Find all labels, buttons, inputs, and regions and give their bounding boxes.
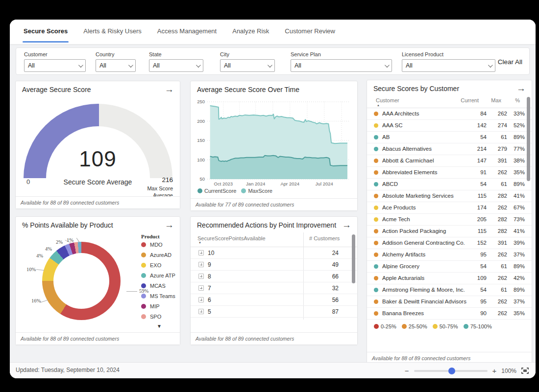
filter-dropdown[interactable]: All [402,59,495,72]
expand-icon[interactable] [198,274,204,279]
legend-item-spo[interactable]: SPO [141,314,175,320]
legend-item-25-50%[interactable]: 25-50% [402,323,427,329]
table-row[interactable]: Absolute Marketing Services11528241% [367,190,532,202]
drill-through-arrow-icon[interactable]: → [342,220,351,231]
expand-icon[interactable] [198,262,204,267]
expand-icon[interactable] [198,309,204,314]
table-row[interactable]: Apple Acturarials10926242% [367,273,532,284]
chevron-down-icon [78,63,83,68]
column-header-pct[interactable]: % [515,97,520,103]
x-tick-label: Oct 2023 [214,181,233,186]
table-row[interactable]: Action Packed Packaging11528241% [367,226,532,237]
table-row[interactable]: Baker & Dewitt Financial Advisors9526237… [367,296,532,308]
actions-table-body: 1024949866732656587 [191,247,357,318]
max-score: 61 [488,134,507,140]
expand-icon[interactable] [198,285,204,291]
legend-item-50-75%[interactable]: 50-75% [433,323,458,329]
column-header-points[interactable]: SecureScorePointsAvailable [197,235,266,241]
filter-dropdown[interactable]: All [220,59,275,72]
drill-through-arrow-icon[interactable]: → [165,84,174,95]
table-row[interactable]: 732 [191,282,357,294]
tab-customer-review[interactable]: Customer Review [277,20,343,44]
legend-item-75-100%[interactable]: 75-100% [464,323,492,329]
legend-item-ms-teams[interactable]: MS Teams [141,293,175,299]
zoom-slider[interactable] [414,370,488,372]
legend-item-azure-atp[interactable]: Azure ATP [141,273,175,278]
filter-dropdown[interactable]: All [149,59,203,72]
zoom-out-icon[interactable]: − [405,367,409,374]
legend-item-azuread[interactable]: AzureAD [141,252,175,258]
actions-scrollbar[interactable] [352,234,355,283]
chevron-down-icon [385,63,390,68]
zoom-slider-thumb[interactable] [448,368,455,374]
score-bucket-dot [374,159,378,163]
customer-name: Abacus Alternatives [382,146,432,152]
table-row[interactable]: Abbreviated Elements9126235% [367,167,532,179]
table-row[interactable]: AAA Architects8426233% [367,108,532,120]
expand-icon[interactable] [198,297,204,302]
table-row[interactable]: Abbott & Carmichael14739138% [367,155,532,167]
filter-dropdown[interactable]: All [96,59,136,72]
drill-through-arrow-icon[interactable]: → [516,83,526,94]
table-row[interactable]: AAA SC14227452% [367,120,532,132]
card-average-secure-score: Average Secure Score → 109 0 Secure Scor… [15,81,180,209]
table-row[interactable]: AB546189% [367,132,532,143]
column-header-max[interactable]: Max [491,97,501,103]
zoom-in-icon[interactable]: + [492,367,497,374]
tab-alerts-risky-users[interactable]: Alerts & Risky Users [75,20,149,44]
y-tick-label: 250 [197,99,205,104]
legend-item-CurrentScore[interactable]: CurrentScore [197,188,236,194]
x-tick-label: Jul 2024 [316,181,333,186]
tab-analyze-risk[interactable]: Analyze Risk [224,20,277,44]
score-bucket-dot [374,112,378,116]
table-row[interactable]: 866 [191,271,357,282]
filter-dropdown[interactable]: All [24,59,86,72]
timeline-chart[interactable]: 50100150200250Oct 2023Jan 2024Apr 2024Ju… [195,97,352,188]
clear-all-button[interactable]: Clear All [498,58,522,66]
legend-item-MaxScore[interactable]: MaxScore [241,188,272,194]
slice-label: 1% [67,237,74,243]
table-row[interactable]: 1024 [191,247,357,259]
customer-name: Action Packed Packaging [382,228,446,234]
legend-item-mip[interactable]: MIP [141,303,175,309]
table-row[interactable]: 587 [191,306,357,318]
max-score: 274 [488,122,507,128]
table-row[interactable]: Alchemy Artifacts9526237% [367,249,532,261]
legend-item-mcas[interactable]: MCAS [141,283,175,289]
legend-dot [402,324,407,329]
column-header-customers[interactable]: # Customers [309,235,340,241]
table-row[interactable]: Addison General Contracting Co.15239139% [367,237,532,249]
table-row[interactable]: ABCD546189% [367,179,532,190]
customers-scrollbar[interactable] [527,97,530,181]
table-row[interactable]: 949 [191,259,357,271]
slice-label: 4% [36,253,43,258]
legend-dot [433,324,438,329]
timeline-legend: CurrentScoreMaxScore [197,188,272,194]
table-row[interactable]: Ace Products17426267% [367,202,532,214]
current-score: 54 [467,263,487,269]
table-row[interactable]: Banana Breezes9026235% [367,308,532,320]
table-row[interactable]: Armstrong Fleming & Moore, Inc.546189% [367,284,532,296]
legend-item-0-25%[interactable]: 0-25% [374,323,396,329]
table-row[interactable]: Acme Tech20528273% [367,214,532,226]
legend-item-mdo[interactable]: MDO [141,242,175,248]
column-header-current[interactable]: Current [461,97,479,103]
expand-icon[interactable] [198,250,204,255]
tab-secure-scores[interactable]: Secure Scores [16,20,75,44]
current-score: 90 [467,310,487,316]
score-percent: 77% [509,146,525,152]
column-header-customer[interactable]: Customer [376,97,399,103]
table-row[interactable]: Alpine Grocery546189% [367,261,532,273]
legend-dot [464,324,468,329]
table-row[interactable]: Abacus Alternatives21427977% [367,143,532,155]
legend-dot [141,314,146,319]
drill-through-arrow-icon[interactable]: → [165,220,174,231]
tab-access-management[interactable]: Access Management [149,20,224,44]
fit-to-screen-icon[interactable] [521,368,529,374]
legend-scroll-down-icon[interactable]: ▼ [157,323,162,329]
table-row[interactable]: 656 [191,294,357,306]
legend-item-exo[interactable]: EXO [141,262,175,268]
customer-name: ABCD [382,181,398,187]
score-percent: 42% [509,275,525,281]
filter-dropdown[interactable]: All [291,59,392,72]
